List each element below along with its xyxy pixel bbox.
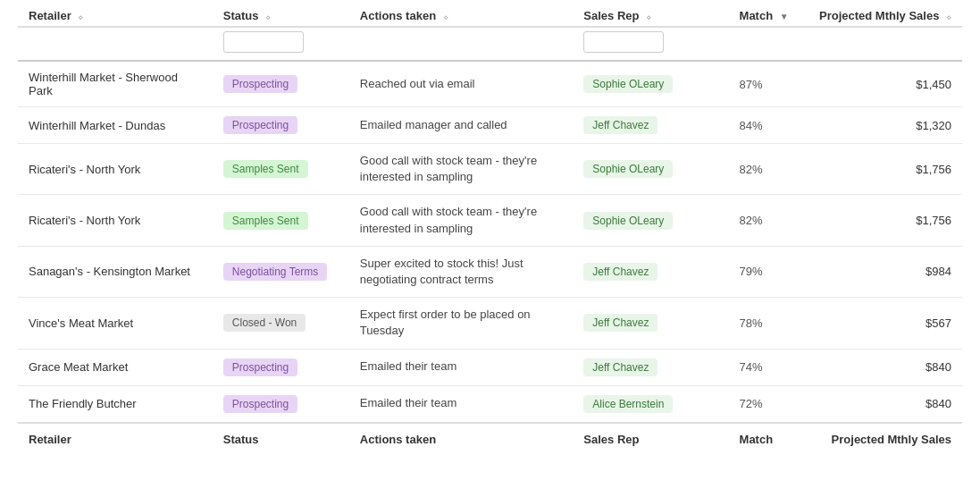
projected-value: $567 — [926, 316, 951, 330]
retailer-name: The Friendly Butcher — [29, 397, 137, 410]
rep-sort-icon[interactable]: ⬦ — [646, 12, 651, 21]
match-value: 82% — [740, 214, 763, 227]
col-header-rep[interactable]: Sales Rep ⬦ — [573, 0, 728, 27]
rep-badge: Sophie OLeary — [583, 160, 673, 178]
cell-actions: Emailed their team — [349, 385, 573, 423]
cell-actions: Reached out via email — [349, 61, 573, 107]
footer-actions: Actions taken — [349, 423, 573, 455]
footer-match: Match — [729, 423, 807, 455]
actions-text: Super excited to stock this! Just negoti… — [360, 257, 524, 286]
rep-badge: Sophie OLeary — [583, 75, 673, 93]
cell-status: Prospecting — [213, 61, 349, 107]
cell-projected: $984 — [807, 246, 962, 297]
projected-sort-icon[interactable]: ⬦ — [946, 12, 951, 21]
projected-value: $1,756 — [916, 163, 951, 176]
cell-projected: $840 — [807, 385, 962, 423]
retailers-table: Retailer ⬦ Status ⬦ Actions taken ⬦ Sale… — [18, 0, 962, 455]
cell-match: 72% — [729, 385, 807, 423]
status-badge: Samples Sent — [223, 212, 308, 230]
table-row: Winterhill Market - Dundas Prospecting E… — [18, 107, 962, 144]
cell-rep: Jeff Chavez — [573, 246, 728, 297]
table-row: Grace Meat Market Prospecting Emailed th… — [18, 349, 962, 385]
status-badge: Prospecting — [223, 75, 297, 93]
retailer-sort-icon[interactable]: ⬦ — [78, 12, 83, 21]
rep-badge: Jeff Chavez — [583, 314, 658, 332]
table-body: Winterhill Market - Sherwood Park Prospe… — [18, 61, 962, 423]
match-sort-icon[interactable]: ▼ — [780, 12, 789, 21]
table-row: The Friendly Butcher Prospecting Emailed… — [18, 385, 962, 423]
actions-text: Emailed their team — [360, 359, 456, 373]
rep-filter-input[interactable] — [583, 31, 664, 53]
projected-value: $984 — [926, 265, 951, 278]
table-row: Ricateri's - North York Samples Sent Goo… — [18, 195, 962, 246]
rep-filter-cell — [573, 27, 728, 61]
cell-retailer: Winterhill Market - Dundas — [18, 107, 213, 144]
cell-match: 78% — [729, 298, 807, 349]
cell-status: Samples Sent — [213, 195, 349, 246]
retailer-name: Winterhill Market - Sherwood Park — [29, 71, 178, 97]
projected-filter-cell — [807, 27, 962, 61]
table-row: Vince's Meat Market Closed - Won Expect … — [18, 298, 962, 349]
projected-value: $1,320 — [916, 119, 951, 132]
column-header-row: Retailer ⬦ Status ⬦ Actions taken ⬦ Sale… — [18, 0, 962, 27]
cell-match: 74% — [729, 349, 807, 385]
match-value: 79% — [740, 265, 763, 278]
cell-actions: Emailed their team — [349, 349, 573, 385]
cell-retailer: Ricateri's - North York — [18, 144, 213, 195]
footer-projected: Projected Mthly Sales — [807, 423, 962, 455]
cell-status: Prospecting — [213, 349, 349, 385]
col-header-status[interactable]: Status ⬦ — [213, 0, 349, 27]
retailer-name: Ricateri's - North York — [29, 214, 140, 227]
footer-row: Retailer Status Actions taken Sales Rep … — [18, 423, 962, 455]
rep-badge: Jeff Chavez — [583, 358, 658, 376]
cell-retailer: The Friendly Butcher — [18, 385, 213, 423]
status-badge: Prospecting — [223, 116, 297, 134]
rep-badge: Alice Bernstein — [583, 395, 673, 413]
col-header-retailer[interactable]: Retailer ⬦ — [18, 0, 213, 27]
cell-retailer: Winterhill Market - Sherwood Park — [18, 61, 213, 107]
status-filter-input[interactable] — [223, 31, 304, 53]
match-value: 72% — [740, 397, 763, 410]
cell-rep: Jeff Chavez — [573, 298, 728, 349]
match-value: 74% — [740, 360, 763, 374]
cell-retailer: Grace Meat Market — [18, 349, 213, 385]
col-header-actions[interactable]: Actions taken ⬦ — [349, 0, 573, 27]
col-header-projected[interactable]: Projected Mthly Sales ⬦ — [807, 0, 962, 27]
actions-sort-icon[interactable]: ⬦ — [443, 12, 448, 21]
main-table-container: Retailer ⬦ Status ⬦ Actions taken ⬦ Sale… — [0, 0, 980, 455]
status-sort-icon[interactable]: ⬦ — [265, 12, 271, 21]
rep-badge: Jeff Chavez — [583, 116, 658, 134]
cell-actions: Expect first order to be placed on Tuesd… — [349, 298, 573, 349]
cell-projected: $567 — [807, 298, 962, 349]
match-value: 87% — [740, 78, 763, 91]
actions-text: Expect first order to be placed on Tuesd… — [360, 308, 531, 337]
filter-row — [18, 27, 962, 61]
status-badge: Prospecting — [223, 395, 297, 413]
cell-rep: Jeff Chavez — [573, 107, 728, 144]
cell-status: Prospecting — [213, 385, 349, 423]
status-badge: Samples Sent — [223, 160, 308, 178]
cell-rep: Alice Bernstein — [573, 385, 728, 423]
cell-rep: Sophie OLeary — [573, 144, 728, 195]
footer-status: Status — [213, 423, 349, 455]
col-header-match[interactable]: Match ▼ — [729, 0, 807, 27]
actions-text: Emailed their team — [360, 396, 456, 409]
cell-retailer: Ricateri's - North York — [18, 195, 213, 246]
cell-rep: Jeff Chavez — [573, 349, 728, 385]
projected-value: $840 — [926, 360, 951, 374]
footer-retailer: Retailer — [18, 423, 213, 455]
retailer-name: Winterhill Market - Dundas — [29, 119, 165, 132]
cell-actions: Emailed manager and called — [349, 107, 573, 144]
match-value: 78% — [740, 316, 763, 330]
status-badge: Prospecting — [223, 358, 297, 376]
status-badge: Negotiating Terms — [223, 263, 328, 281]
cell-match: 79% — [729, 246, 807, 297]
rep-badge: Jeff Chavez — [583, 263, 658, 281]
cell-actions: Good call with stock team - they're inte… — [349, 144, 573, 195]
status-filter-cell — [213, 27, 349, 61]
table-footer: Retailer Status Actions taken Sales Rep … — [18, 423, 962, 455]
cell-status: Prospecting — [213, 107, 349, 144]
status-badge: Closed - Won — [223, 314, 306, 332]
cell-projected: $1,756 — [807, 195, 962, 246]
cell-rep: Sophie OLeary — [573, 61, 728, 107]
